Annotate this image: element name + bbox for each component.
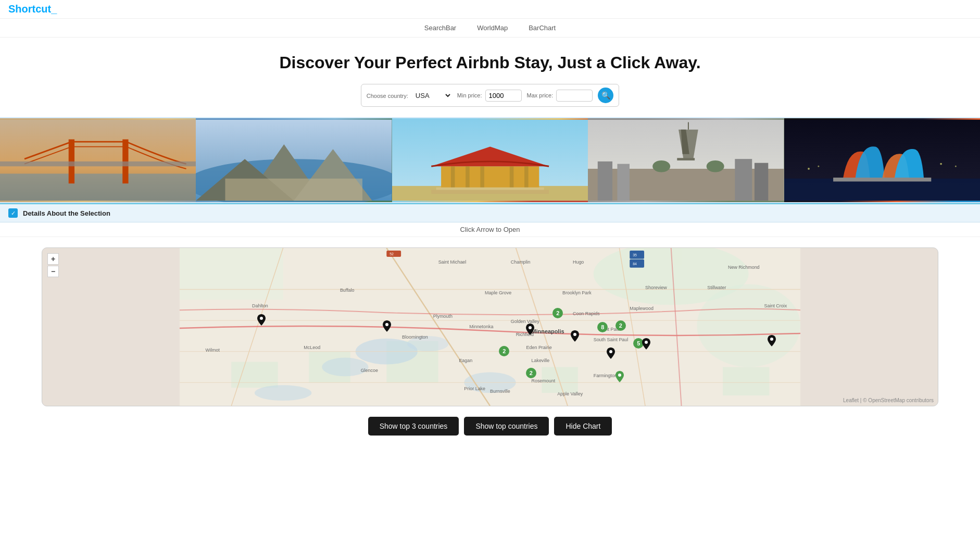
svg-text:Farmington: Farmington — [594, 373, 617, 378]
gallery-item-usa — [0, 118, 196, 202]
chart-buttons: Show top 3 countries Show top countries … — [0, 417, 980, 436]
svg-rect-27 — [755, 163, 768, 201]
logo: Shortcut_ — [8, 3, 57, 15]
svg-text:Apple Valley: Apple Valley — [557, 391, 583, 396]
svg-rect-26 — [735, 159, 752, 201]
hero-title: Discover Your Perfect Airbnb Stay, Just … — [0, 53, 980, 72]
search-button[interactable]: 🔍 — [598, 88, 613, 103]
svg-rect-67 — [630, 259, 644, 268]
svg-rect-15 — [451, 166, 455, 188]
gallery-item-france — [588, 118, 784, 202]
svg-rect-25 — [618, 164, 630, 201]
details-icon: ✓ — [8, 208, 18, 218]
gallery-item-brazil — [196, 118, 392, 202]
svg-rect-69 — [386, 251, 401, 257]
svg-text:84: 84 — [633, 262, 637, 266]
svg-rect-17 — [480, 166, 484, 188]
map-watermark: Leaflet | © OpenStreetMap contributors — [843, 397, 934, 403]
search-icon: 🔍 — [601, 91, 610, 100]
details-label: Details About the Selection — [23, 209, 110, 217]
svg-rect-16 — [466, 166, 470, 188]
svg-text:Stillwater: Stillwater — [707, 285, 726, 290]
map-container: 35 84 52 Wilmot Dahlton Buffalo Saint Mi… — [42, 247, 938, 406]
svg-text:Saint Michael: Saint Michael — [438, 259, 467, 265]
svg-text:Champlin: Champlin — [511, 259, 531, 265]
svg-rect-19 — [524, 166, 529, 188]
svg-text:Maple Grove: Maple Grove — [485, 290, 511, 295]
svg-text:Shoreview: Shoreview — [645, 285, 667, 290]
hero-section: Discover Your Perfect Airbnb Stay, Just … — [0, 38, 980, 117]
svg-text:Bloomington: Bloomington — [402, 334, 428, 340]
max-price-input[interactable] — [556, 90, 593, 102]
svg-rect-10 — [225, 179, 362, 201]
svg-point-32 — [652, 160, 670, 172]
image-gallery — [0, 117, 980, 203]
map-background: 35 84 52 Wilmot Dahlton Buffalo Saint Mi… — [42, 248, 938, 406]
svg-text:Minnetonka: Minnetonka — [469, 324, 493, 329]
max-price-group: Max price: — [527, 90, 593, 102]
svg-text:Rosemount: Rosemount — [531, 378, 555, 383]
logo-text: Shortcut — [8, 3, 51, 15]
svg-rect-1 — [0, 173, 196, 201]
svg-text:Hugo: Hugo — [573, 259, 584, 265]
nav-barchart[interactable]: BarChart — [529, 24, 556, 32]
svg-rect-50 — [723, 367, 769, 395]
svg-rect-18 — [510, 166, 514, 188]
zoom-out-button[interactable]: − — [47, 266, 59, 277]
svg-rect-4 — [0, 161, 196, 166]
svg-text:Prior Lake: Prior Lake — [464, 386, 485, 391]
svg-text:New Richmond: New Richmond — [728, 265, 760, 270]
country-label: Choose country: — [367, 93, 408, 99]
click-arrow-banner: Click Arrow to Open — [0, 222, 980, 237]
show-top-3-button[interactable]: Show top 3 countries — [368, 417, 459, 436]
svg-text:Dahlton: Dahlton — [252, 303, 268, 308]
svg-text:Lakeville: Lakeville — [531, 358, 549, 363]
svg-text:South Saint Paul: South Saint Paul — [594, 337, 629, 342]
svg-text:Burnsville: Burnsville — [490, 389, 510, 394]
min-price-label: Min price: — [457, 92, 482, 98]
svg-text:Coon Rapids: Coon Rapids — [573, 311, 600, 316]
min-price-group: Min price: — [457, 90, 522, 102]
svg-text:Eagan: Eagan — [459, 358, 472, 363]
nav-worldmap[interactable]: WorldMap — [477, 24, 508, 32]
svg-text:Buffalo: Buffalo — [340, 288, 355, 293]
svg-text:McLeod: McLeod — [304, 345, 320, 350]
header: Shortcut_ — [0, 0, 980, 19]
gallery-item-china — [392, 118, 588, 202]
svg-text:Golden Valley: Golden Valley — [511, 319, 540, 324]
hide-chart-button[interactable]: Hide Chart — [554, 417, 612, 436]
svg-point-40 — [940, 163, 942, 165]
search-bar: Choose country: USA Brazil China France … — [361, 84, 620, 107]
show-top-countries-button[interactable]: Show top countries — [464, 417, 549, 436]
checkmark-icon: ✓ — [11, 210, 16, 217]
nav-searchbar[interactable]: SearchBar — [424, 24, 456, 32]
svg-point-45 — [697, 284, 800, 367]
svg-rect-35 — [784, 179, 980, 201]
svg-rect-36 — [833, 178, 931, 182]
map-controls: + − — [47, 253, 59, 277]
svg-text:Wilmot: Wilmot — [206, 347, 220, 353]
leaflet-credit: Leaflet | © OpenStreetMap contributors — [843, 397, 934, 403]
svg-point-38 — [808, 168, 810, 170]
svg-text:Saint Croix: Saint Croix — [764, 303, 787, 308]
svg-text:Glencoe: Glencoe — [361, 368, 378, 373]
svg-point-39 — [818, 166, 819, 167]
svg-point-52 — [322, 358, 368, 377]
country-select[interactable]: USA Brazil China France Australia German… — [413, 91, 452, 100]
svg-text:Eden Prairie: Eden Prairie — [526, 345, 552, 350]
logo-dot: _ — [51, 3, 57, 15]
svg-text:52: 52 — [390, 252, 394, 256]
zoom-in-button[interactable]: + — [47, 253, 59, 265]
svg-point-33 — [707, 160, 724, 172]
svg-text:Minneapolis: Minneapolis — [531, 328, 564, 334]
svg-rect-24 — [598, 161, 612, 201]
svg-text:Brooklyn Park: Brooklyn Park — [562, 290, 592, 295]
svg-rect-21 — [431, 190, 549, 194]
svg-rect-65 — [630, 251, 644, 259]
svg-text:Maplewood: Maplewood — [630, 306, 654, 311]
svg-point-41 — [955, 166, 957, 167]
svg-text:Plymouth: Plymouth — [433, 314, 453, 319]
min-price-input[interactable] — [485, 90, 522, 102]
svg-rect-30 — [677, 158, 695, 160]
country-label-group: Choose country: — [367, 91, 408, 100]
